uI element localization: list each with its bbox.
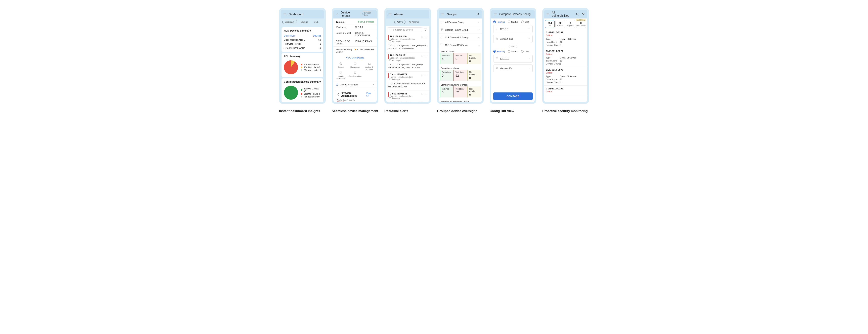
radio-running[interactable]: Running [493,50,505,53]
menu-icon[interactable] [283,12,287,16]
menu-icon[interactable] [441,12,445,16]
status-cell[interactable]: Success52 [440,53,454,64]
alarm-item[interactable]: 192.168.50.140 Unknown • Unacknowledged … [386,33,429,53]
menu-icon[interactable] [493,12,498,16]
pie-chart-backup [284,86,298,100]
search-placeholder: Search by Source [395,29,413,31]
thumbs-up-icon[interactable] [421,55,423,59]
status-cell[interactable]: Failure0 [454,53,467,64]
version-select-1[interactable]: Version 463 [493,35,533,43]
compare-button[interactable]: COMPARE [493,92,533,100]
radio-draft[interactable]: Draft [521,50,529,53]
stat-label: Exploits [566,25,575,27]
group-row[interactable]: All Devices Group [439,19,482,26]
status-count: 52 [456,90,466,94]
action-update-hostname[interactable]: Update Hostname [334,71,348,80]
status-triple: In Sync0 Violation52 Not Availa…0 [440,86,481,97]
panel-alarms: Alarms Active All Alarms ▾ Search by Sou… [384,8,431,113]
kv-value: Denial Of Service [560,38,577,40]
status-cell[interactable]: In Sync0 [440,86,454,97]
search-input[interactable]: ▾ Search by Source [388,27,422,32]
status-cell[interactable]: Compliant0 [440,70,454,81]
menu-icon[interactable] [546,12,550,16]
tab-config[interactable]: Config Co [322,20,324,24]
device-select-1[interactable]: 12.1.1.1 [493,25,533,33]
col-devices[interactable]: Devices [313,35,321,37]
legend-label: Not Backed Up 0 [304,95,319,98]
version-select-2[interactable]: Version 464 [493,64,533,72]
search-icon[interactable] [475,12,480,16]
status-cell[interactable]: Not Availa…0 [467,86,481,97]
radio-startup[interactable]: Startup [508,21,518,23]
more-icon[interactable] [425,93,427,96]
card-title: EOL Summary [284,55,321,58]
thumbs-up-icon[interactable] [421,74,423,78]
tab-all-alarms[interactable]: All Alarms [407,20,421,24]
status-cell[interactable]: Not Backe…0 [467,53,481,64]
stat-count: 20 [556,22,564,25]
svg-rect-34 [496,38,497,39]
group-row[interactable]: CIS Cisco ASA Group [439,34,482,41]
page-title: Groups [447,12,457,16]
svg-point-19 [477,13,478,15]
view-all-link[interactable]: View All [366,92,373,97]
stat-critical[interactable]: 20Critical [555,20,565,28]
stat-discovered[interactable]: Last 7 Days0Discovered [576,20,586,28]
tab-active[interactable]: Active [394,20,405,24]
action-unmanage[interactable]: Unmanage [348,62,362,70]
vuln-item[interactable]: CVE-2014-0195 Critical [544,86,587,95]
device-select-2[interactable]: 12.1.1.1 [493,55,533,62]
stat-label: All [546,25,554,27]
action-stop-operation[interactable]: Stop Operation [348,71,362,80]
vuln-item[interactable]: CVE-2010-5298 Critical TypeDenial Of Ser… [544,30,587,48]
stat-exploits[interactable]: 3Exploits [566,20,575,28]
tab-eol[interactable]: EOL [312,20,321,24]
filter-icon[interactable] [423,28,428,32]
vuln-item[interactable]: CVE-2014-0076 Critical TypeDenial Of Ser… [544,67,587,86]
action-backup[interactable]: Backup [334,62,348,70]
back-icon[interactable] [335,12,339,16]
filter-icon[interactable] [581,12,585,16]
status-label: Not Availa… [469,71,479,76]
alarm-source: Cisco36002578 [390,73,419,76]
page-title: Compare Devices Config [499,12,531,16]
radio-draft[interactable]: Draft [521,21,529,23]
system-info-button[interactable]: System Info [360,11,375,17]
appbar: Groups [439,10,482,19]
more-icon[interactable] [425,74,427,78]
thumbs-up-icon[interactable] [421,36,423,39]
copy-icon [495,37,498,40]
alarm-item[interactable]: 192.168.50.131 Unknown • Unacknowledged … [386,53,429,71]
group-row-expanded[interactable]: CIS Cisco IOS Group [439,41,482,49]
alarm-item[interactable]: Cisco36002583 Router • Unacknowledged 80… [386,90,429,102]
cve-id: CVE-2014-0076 [546,68,585,71]
tab-backup[interactable]: Backup [298,20,310,24]
alarm-description: 7.1.1.1 Configuration Changed at Apr 08,… [388,81,427,88]
stat-all[interactable]: 254All [545,20,555,28]
view-more-link[interactable]: View More Details [346,57,364,59]
chevron-up-icon [477,44,480,47]
radio-running[interactable]: Running [493,21,505,23]
more-icon[interactable] [425,36,427,39]
radio-startup[interactable]: Startup [508,50,518,53]
tab-summary[interactable]: Summary [282,20,297,24]
more-icon[interactable] [425,55,427,59]
action-update-ip[interactable]: Update IP Address [363,62,376,70]
status-cell[interactable]: Violation52 [454,86,467,97]
svg-rect-25 [441,30,442,31]
search-icon[interactable] [575,12,580,16]
col-device-type[interactable]: DeviceType [284,35,296,37]
legend-label: EOL Dat…ilable 5 [304,66,320,68]
status-cell[interactable]: Not Availa…0 [467,70,481,81]
svg-point-6 [390,29,391,30]
menu-icon[interactable] [388,12,393,16]
alarm-item[interactable]: Cisco36002578 Router • Unacknowledged 80… [386,71,429,91]
panel-dashboard: Dashboard Summary Backup EOL Config Co N… [279,8,326,113]
status-cell[interactable]: Violation52 [454,70,467,81]
svg-rect-30 [442,44,443,44]
group-row[interactable]: Backup Failure Group [439,26,482,34]
thumbs-up-icon[interactable] [421,93,423,96]
legend-item: BackUp …ccess 57 [301,87,321,92]
config-changes-tile[interactable]: Config Changes [333,81,377,88]
vuln-item[interactable]: CVE-2011-3271 Critical TypeDenial Of Ser… [544,48,587,67]
